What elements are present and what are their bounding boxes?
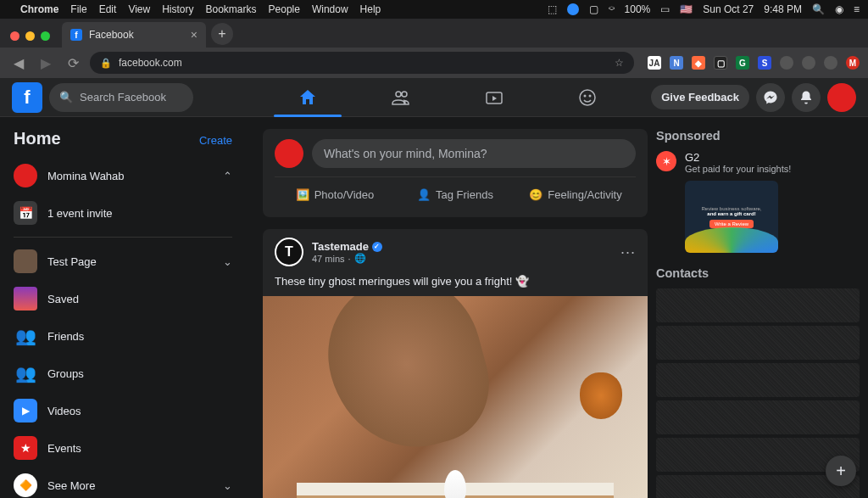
composer-avatar[interactable] [275, 139, 303, 168]
menu-edit[interactable]: Edit [99, 3, 117, 15]
menu-view[interactable]: View [128, 3, 150, 15]
bookmark-star-icon[interactable]: ☆ [615, 57, 624, 69]
forward-button[interactable]: ▶ [36, 53, 56, 73]
address-bar[interactable]: 🔒 facebook.com ☆ [90, 52, 634, 74]
search-input[interactable]: 🔍 Search Facebook [49, 83, 193, 112]
groups-sb-icon: 👥 [14, 361, 37, 385]
home-icon [298, 87, 318, 108]
composer-photo-video[interactable]: 🖼️ Photo/Video [275, 182, 395, 207]
profile-avatar[interactable] [827, 83, 856, 112]
friends-label: Friends [47, 330, 84, 343]
maximize-window[interactable] [41, 31, 50, 41]
sidebar-item-groups[interactable]: 👥 Groups [7, 355, 239, 392]
avatar-icon [14, 164, 37, 187]
sidebar-item-videos[interactable]: ▶ Videos [7, 392, 239, 429]
menu-people[interactable]: People [269, 3, 300, 15]
profile-name: Momina Wahab [47, 170, 125, 182]
contact-item[interactable] [656, 363, 860, 397]
post-author-avatar[interactable]: T [275, 238, 303, 266]
post-media[interactable] [263, 296, 648, 498]
notification-center-icon[interactable]: ≡ [854, 3, 860, 15]
contact-item[interactable] [656, 400, 860, 434]
create-link[interactable]: Create [199, 134, 232, 147]
ext-s-icon[interactable]: S [758, 56, 771, 70]
sidebar-item-friends[interactable]: 👥 Friends [7, 317, 239, 355]
back-button[interactable]: ◀ [8, 53, 29, 73]
menu-window[interactable]: Window [312, 3, 348, 15]
ext-n-icon[interactable]: N [670, 56, 683, 70]
menubar-app[interactable]: Chrome [20, 3, 58, 15]
see-more-label: See More [47, 479, 95, 492]
menu-help[interactable]: Help [360, 3, 381, 15]
post-menu-button[interactable]: ··· [620, 243, 636, 261]
close-tab-icon[interactable]: × [191, 28, 198, 42]
messenger-button[interactable] [756, 83, 785, 112]
nav-groups[interactable] [549, 78, 626, 117]
bell-icon [798, 90, 814, 105]
siri-icon[interactable]: ◉ [835, 3, 843, 15]
close-window[interactable] [10, 31, 19, 41]
airplay-icon[interactable]: ▢ [589, 3, 598, 15]
menu-history[interactable]: History [162, 3, 193, 15]
composer-tag-friends[interactable]: 👤 Tag Friends [395, 182, 515, 207]
ext-lb-icon[interactable]: ◆ [692, 56, 705, 70]
tag-icon: 👤 [417, 188, 431, 201]
sidebar-item-test-page[interactable]: Test Page ⌄ [7, 243, 239, 280]
nav-watch[interactable] [456, 78, 532, 117]
wifi-icon[interactable]: ⌔ [609, 3, 615, 15]
groups-nav-icon [577, 87, 598, 108]
contact-item[interactable] [656, 288, 860, 322]
nav-friends[interactable] [363, 78, 439, 117]
feeling-icon: 😊 [529, 188, 542, 201]
sponsored-item[interactable]: ✶ G2 Get paid for your insights! [656, 151, 860, 174]
verified-icon: ✓ [372, 242, 382, 252]
page-icon [14, 249, 37, 273]
contact-item[interactable] [656, 326, 860, 360]
new-message-fab[interactable]: + [826, 456, 856, 486]
battery-pct: 100% [625, 3, 651, 15]
browser-tab[interactable]: f Facebook × [62, 22, 206, 48]
test-page-label: Test Page [47, 255, 97, 268]
new-tab-button[interactable]: + [211, 23, 233, 45]
flag-icon[interactable]: 🇺🇸 [680, 3, 693, 15]
sidebar-item-profile[interactable]: Momina Wahab ⌃ [7, 157, 239, 194]
sponsor-title: G2 [685, 151, 791, 164]
contacts-heading: Contacts [656, 266, 860, 280]
composer-feeling[interactable]: 😊 Feeling/Activity [515, 182, 636, 207]
lock-icon: 🔒 [100, 58, 112, 69]
friends-sb-icon: 👥 [14, 324, 37, 348]
sidebar-item-events[interactable]: ★ Events [7, 429, 239, 467]
chevron-down-icon: ⌄ [223, 255, 232, 268]
sidebar-item-see-more[interactable]: 🔶 See More ⌄ [7, 467, 239, 498]
nav-home[interactable] [270, 78, 346, 117]
sidebar-item-event-invite[interactable]: 📅 1 event invite [7, 194, 239, 232]
menu-file[interactable]: File [70, 3, 86, 15]
ext-c1-icon[interactable] [780, 56, 793, 70]
composer-input[interactable]: What's on your mind, Momina? [312, 139, 636, 168]
window-controls[interactable] [7, 31, 57, 48]
ext-profile-icon[interactable]: M [846, 56, 860, 70]
post-author-name[interactable]: Tastemade ✓ [312, 240, 382, 253]
give-feedback-button[interactable]: Give Feedback [651, 85, 749, 109]
notifications-button[interactable] [792, 83, 821, 112]
ext-ja-icon[interactable]: JA [648, 56, 661, 70]
menu-bookmarks[interactable]: Bookmarks [206, 3, 257, 15]
ext-c2-icon[interactable] [802, 56, 815, 70]
ext-sq-icon[interactable]: ▢ [714, 56, 727, 70]
sidebar-item-saved[interactable]: Saved [7, 280, 239, 317]
events-label: Events [47, 442, 81, 455]
fb-logo[interactable]: f [12, 82, 42, 113]
ext-c3-icon[interactable] [824, 56, 837, 70]
friends-icon [391, 87, 411, 108]
videos-label: Videos [47, 405, 81, 417]
saved-label: Saved [47, 293, 79, 305]
url-text: facebook.com [119, 57, 182, 69]
zoom-icon[interactable] [567, 3, 579, 15]
ext-g-icon[interactable]: G [736, 56, 749, 70]
sponsor-image[interactable]: Review business software, and earn a gif… [685, 181, 778, 253]
spotlight-icon[interactable]: 🔍 [812, 3, 825, 15]
reload-button[interactable]: ⟳ [63, 53, 83, 73]
dropbox-icon[interactable]: ⬚ [548, 3, 557, 15]
minimize-window[interactable] [25, 31, 35, 41]
post-caption: These tiny ghost meringues will give you… [263, 275, 648, 296]
